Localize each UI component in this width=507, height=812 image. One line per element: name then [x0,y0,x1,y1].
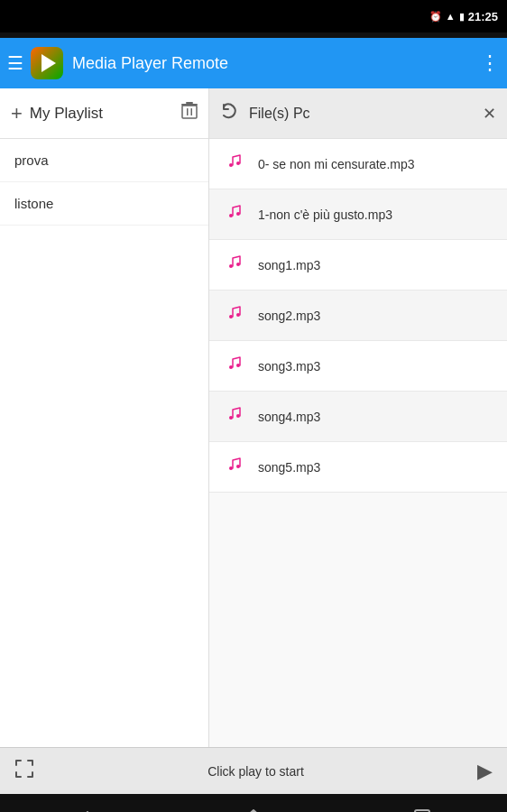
svg-point-18 [236,465,240,468]
file-name: 1-non c'è più gusto.mp3 [258,208,493,222]
playlist-items: prova listone [0,139,208,747]
status-icons: ⏰ ▲ ▮ 21:25 [429,10,498,23]
files-panel: File(s) Pc ✕ 0- se non mi censurate.mp3 [209,88,507,747]
wifi-icon: ▲ [446,11,456,22]
playlist-item-name: prova [14,152,49,168]
svg-point-10 [236,263,240,266]
svg-rect-2 [191,108,193,115]
more-options-button[interactable]: ⋮ [480,51,500,75]
playlist-item[interactable]: prova [0,139,208,182]
files-back-button[interactable] [220,101,240,125]
app-header: ☰ Media Player Remote ⋮ [0,38,507,88]
svg-point-15 [229,416,233,420]
file-name: song1.mp3 [258,258,493,272]
playlist-header: + My Playlist [0,88,208,139]
nav-bar [0,794,507,812]
menu-button[interactable]: ☰ [7,52,23,74]
files-header: File(s) Pc ✕ [209,88,507,139]
svg-point-13 [229,365,233,369]
battery-icon: ▮ [459,11,465,23]
alarm-icon: ⏰ [429,11,442,23]
delete-playlist-button[interactable] [181,102,198,125]
svg-point-8 [236,212,240,216]
files-list: 0- se non mi censurate.mp3 1-non c'è più… [209,139,507,747]
add-playlist-button[interactable]: + [11,102,23,125]
playlist-item-name: listone [14,196,53,211]
file-item[interactable]: song1.mp3 [209,240,507,291]
files-header-title: File(s) Pc [249,106,474,122]
file-name: song4.mp3 [258,410,493,424]
music-note-icon [224,405,245,428]
svg-point-16 [236,414,240,418]
file-item[interactable]: song4.mp3 [209,392,507,442]
play-button[interactable]: ▶ [477,760,493,783]
fullscreen-button[interactable] [14,759,34,783]
music-note-icon [224,254,245,276]
files-close-button[interactable]: ✕ [483,104,496,124]
file-name: song5.mp3 [258,460,493,475]
file-item[interactable]: 0- se non mi censurate.mp3 [209,139,507,189]
app-title: Media Player Remote [72,54,480,73]
home-button[interactable] [169,807,337,813]
music-note-icon [224,152,245,175]
svg-point-5 [229,163,233,167]
bottom-bar: Click play to start ▶ [0,747,507,794]
file-item[interactable]: song5.mp3 [209,442,507,493]
playlist-panel: + My Playlist prova listone [0,88,209,747]
file-name: song2.mp3 [258,309,493,323]
svg-point-9 [229,264,233,268]
file-item[interactable]: 1-non c'è più gusto.mp3 [209,189,507,240]
app-logo [31,47,63,79]
app-logo-play [41,54,56,72]
playlist-title: My Playlist [30,105,181,123]
file-item[interactable]: song3.mp3 [209,341,507,392]
svg-rect-0 [182,106,197,118]
svg-point-12 [236,313,240,317]
svg-rect-1 [187,108,189,115]
back-button[interactable] [0,807,169,813]
svg-point-6 [236,161,240,165]
click-play-text: Click play to start [34,764,477,779]
playlist-item[interactable]: listone [0,182,208,226]
file-name: song3.mp3 [258,359,493,374]
main-content: + My Playlist prova listone [0,88,507,747]
svg-point-11 [229,315,233,318]
status-time: 21:25 [468,10,498,23]
svg-point-7 [229,214,233,217]
music-note-icon [224,203,245,226]
music-note-icon [224,355,245,377]
svg-point-14 [236,364,240,367]
svg-rect-4 [186,102,193,104]
recents-button[interactable] [338,807,507,813]
file-name: 0- se non mi censurate.mp3 [258,157,493,171]
music-note-icon [224,456,245,478]
status-bar: ⏰ ▲ ▮ 21:25 [0,0,507,32]
music-note-icon [224,304,245,327]
svg-point-17 [229,466,233,470]
svg-rect-3 [181,104,198,106]
file-item[interactable]: song2.mp3 [209,291,507,341]
